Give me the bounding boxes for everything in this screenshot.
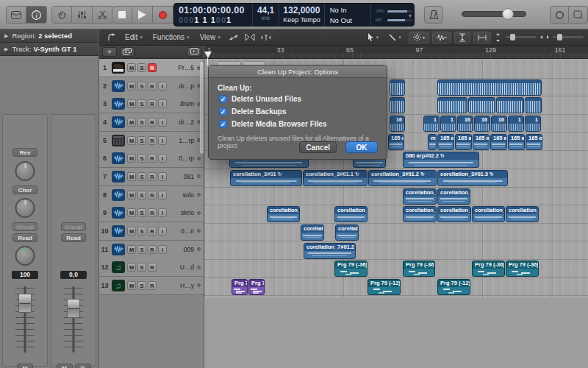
record-enable-button[interactable]: R xyxy=(148,172,157,181)
region[interactable]: Prg 79 (-36) xyxy=(334,261,368,277)
region[interactable]: corellation_6 xyxy=(267,206,300,222)
automation-mode-button[interactable]: Read xyxy=(12,233,37,242)
group-button[interactable]: Group xyxy=(12,222,37,231)
region[interactable]: corellation_6 xyxy=(437,206,471,222)
track-list-scrollbar[interactable] xyxy=(200,62,204,154)
region[interactable]: 16 xyxy=(390,116,405,132)
checkbox-checked-icon[interactable]: ✓ xyxy=(219,95,227,103)
snap-icon[interactable] xyxy=(258,32,274,43)
vertical-auto-zoom-icon[interactable] xyxy=(454,32,470,43)
track-header-row[interactable]: 12♫MSRU…d xyxy=(99,258,204,277)
play-icon[interactable] xyxy=(132,6,153,24)
vertical-zoom-slider[interactable] xyxy=(506,36,537,38)
input-monitor-button[interactable]: I xyxy=(158,82,167,91)
pointer-tool-icon[interactable]: ▾ xyxy=(368,33,379,41)
mute-button[interactable]: M xyxy=(127,63,136,72)
region[interactable]: corellation_6 xyxy=(472,206,505,222)
smart-controls-icon[interactable] xyxy=(51,6,72,24)
input-monitor-button[interactable]: I xyxy=(158,118,167,127)
region[interactable]: 16 xyxy=(491,116,507,132)
region[interactable] xyxy=(390,79,405,96)
record-enable-button[interactable]: R xyxy=(148,281,157,290)
ok-button[interactable]: OK xyxy=(345,141,378,153)
record-enable-button[interactable]: R xyxy=(148,208,157,217)
catch-playhead-icon[interactable] xyxy=(104,32,120,43)
region[interactable]: 080 arp#02.2↻ xyxy=(403,152,479,168)
mute-button[interactable]: M xyxy=(57,364,73,368)
input-monitor-button[interactable]: I xyxy=(158,172,167,181)
region[interactable]: corellati xyxy=(301,224,324,241)
track-header-row[interactable]: 4MSRIdr…2 xyxy=(99,113,204,132)
master-volume-slider[interactable] xyxy=(462,11,526,17)
mute-button[interactable]: M xyxy=(127,191,136,199)
region[interactable]: corellation_6 xyxy=(403,206,437,222)
cancel-button[interactable]: Cancel xyxy=(299,141,337,153)
region[interactable] xyxy=(437,97,467,113)
region[interactable]: corellati xyxy=(335,224,359,241)
region[interactable]: corellation_3#01↻ xyxy=(230,170,302,186)
region[interactable]: corellation_7#01.2 xyxy=(304,243,356,259)
disclosure-triangle-icon[interactable]: ▶ xyxy=(4,46,8,52)
send-chor-button[interactable]: Chor xyxy=(12,185,37,194)
mute-button[interactable]: M xyxy=(127,245,136,254)
track-header-row[interactable]: 7MSRI081 xyxy=(99,168,204,186)
flex-icon[interactable] xyxy=(242,32,258,43)
region[interactable]: 165 a xyxy=(437,134,454,150)
pan-value[interactable]: 100 xyxy=(12,271,38,279)
solo-button[interactable]: S xyxy=(137,208,146,217)
loop-browser-icon[interactable] xyxy=(550,6,569,24)
region[interactable]: Prg 79 (-36) xyxy=(403,261,435,277)
volume-fader[interactable] xyxy=(15,286,35,353)
solo-button[interactable]: S xyxy=(137,82,146,91)
fader-thumb[interactable] xyxy=(18,294,32,313)
region[interactable]: Prg 79 (-36) xyxy=(472,261,505,277)
send-rev-knob[interactable] xyxy=(15,161,35,181)
region[interactable] xyxy=(437,79,542,96)
record-enable-button[interactable]: R xyxy=(148,191,157,199)
media-browser-icon[interactable]: ♪ xyxy=(569,6,588,24)
snap-gear-icon[interactable]: ▾ xyxy=(409,32,429,43)
duplicate-track-button[interactable] xyxy=(120,47,135,57)
solo-button[interactable]: S xyxy=(137,245,146,254)
solo-button[interactable]: S xyxy=(137,136,146,145)
mute-button[interactable]: M xyxy=(127,172,136,181)
mute-button[interactable]: M xyxy=(127,154,136,163)
record-enable-button[interactable]: R xyxy=(148,82,157,91)
mute-button[interactable]: M xyxy=(127,281,136,290)
input-monitor-button[interactable]: I xyxy=(158,154,167,163)
mute-button[interactable]: M xyxy=(17,364,33,368)
solo-button[interactable]: S xyxy=(137,63,146,72)
region[interactable]: Prg 7 xyxy=(248,279,265,295)
lcd-display[interactable]: 01:00:00:00.00 0001 1 1001 44,1 kHz 132,… xyxy=(173,3,415,26)
volume-thumb[interactable] xyxy=(502,8,514,20)
pencil-tool-icon[interactable]: ▾ xyxy=(389,34,401,41)
input-monitor-button[interactable]: I xyxy=(158,191,167,199)
metronome-icon[interactable] xyxy=(424,6,443,24)
checkbox-checked-icon[interactable]: ✓ xyxy=(219,107,227,116)
input-monitor-button[interactable]: I xyxy=(158,136,167,145)
record-enable-button[interactable]: R xyxy=(148,263,157,272)
region[interactable]: corellation_3#01.3↻ xyxy=(437,170,508,186)
solo-button[interactable]: S xyxy=(137,227,146,236)
send-chor-knob[interactable] xyxy=(15,198,35,218)
record-enable-button[interactable]: R xyxy=(148,63,157,72)
region[interactable]: 1 xyxy=(423,116,440,132)
region[interactable]: corellation_5 xyxy=(403,188,437,205)
track-header-row[interactable]: 13♫MSRH…y xyxy=(99,277,204,295)
lcd-chevron-icon[interactable]: ▾ xyxy=(409,13,412,19)
region[interactable]: Prg 79 (-36) xyxy=(506,261,539,277)
functions-menu[interactable]: Functions▾ xyxy=(153,33,190,41)
track-header-row[interactable]: 8MSRIsolo xyxy=(99,186,204,205)
solo-button[interactable]: S xyxy=(137,191,146,199)
mute-button[interactable]: M xyxy=(127,118,136,127)
track-header-row[interactable]: 5MSRI1…rp xyxy=(99,132,204,150)
mute-button[interactable]: M xyxy=(127,208,136,217)
region[interactable]: Prg 7 xyxy=(232,279,248,295)
mute-button[interactable]: M xyxy=(127,82,136,91)
record-enable-button[interactable]: R xyxy=(148,154,157,163)
solo-button[interactable]: S xyxy=(137,172,146,181)
region[interactable]: 165 a xyxy=(490,134,507,150)
track-header-row[interactable]: 2MSRIdr…p xyxy=(99,77,204,96)
playhead-marker[interactable] xyxy=(204,52,212,58)
track-header-row[interactable]: 9MSRIskrio xyxy=(99,204,204,222)
